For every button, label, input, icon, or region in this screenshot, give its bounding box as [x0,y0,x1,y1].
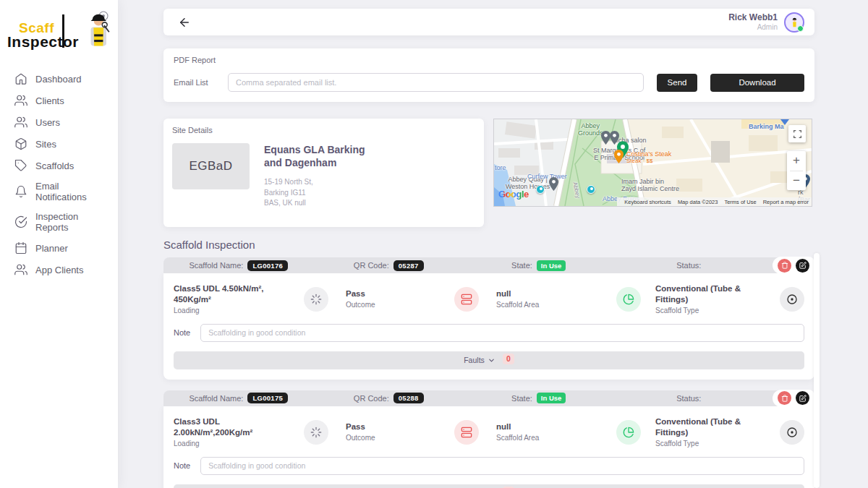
map-marker-curfew-tower[interactable] [536,185,545,194]
sidebar-item-users[interactable]: Users [0,111,118,133]
loading-value: Class5 UDL 4.50kN/m², 450Kg/m² [174,283,295,305]
map-attribution: Keyboard shortcuts Map data ©2023 Terms … [617,197,812,206]
sidebar-item-planner[interactable]: Planner [0,237,118,259]
faults-count-badge: 0 [503,354,514,364]
check-circle-icon [14,215,27,228]
map-label-barking: Barking Ma [749,123,784,130]
inspection-card-1-body: Class5 UDL 4.50kN/m², 450Kg/m² Loading P… [163,273,814,380]
pdf-report-card: PDF Report Email List Send Download [163,48,814,102]
faults-expander[interactable]: Faults 0 [174,484,804,488]
map-label-abbey-grounds: Abbey Grounds [578,122,603,137]
inspection-card-1-header: Scaffold Name: LG00176 QR Code: 05287 St… [163,257,814,273]
top-header-bar: Rick Webb1 Admin [163,9,814,35]
box-icon [14,137,27,150]
note-input[interactable] [200,457,804,475]
back-arrow-icon[interactable] [178,16,191,29]
keyboard-shortcuts-link[interactable]: Keyboard shortcuts [624,199,671,205]
inspection-card-1: Scaffold Name: LG00176 QR Code: 05287 St… [163,257,814,380]
map-pin-abbey-quay[interactable] [549,177,558,191]
site-map[interactable]: Abbey Grounds Aicha salon St Margaret's … [493,119,812,207]
site-code-box: EGBaD [172,143,250,189]
online-status-dot [797,25,804,32]
sidebar-item-clients[interactable]: Clients [0,90,118,111]
disc-icon[interactable] [780,287,804,312]
user-role: Admin [728,23,778,33]
disc-icon[interactable] [780,420,804,445]
scaffold-inspection-title: Scaffold Inspection [163,239,814,251]
inspection-card-2-body: Class3 UDL 2.00kN/m²,200Kg/m² Loading Pa… [163,406,814,488]
google-logo[interactable]: Google [498,189,529,200]
scaffold-area-label: Scaffold Area [496,433,590,442]
delete-button[interactable] [778,259,791,273]
loading-label: Loading [174,306,295,315]
logo-worker-illustration [80,8,114,53]
outcome-label: Outcome [346,300,425,309]
scaffold-type-label: Scaffold Type [655,439,775,448]
avatar[interactable] [784,12,804,33]
map-label-imam-jabir: Imam Jabir bin Zayd Islamic Centre [621,178,679,193]
outcome-label: Outcome [346,433,425,442]
server-icon [454,420,479,445]
scaffold-name-badge: LG00176 [247,260,288,271]
edit-icon [799,262,807,269]
inspection-card-2: Scaffold Name: LG00175 QR Code: 05288 St… [163,390,814,488]
tag-icon [14,159,27,172]
map-label-store: tore [495,164,506,171]
state-label: State: [511,394,532,403]
outcome-value: Pass [346,288,425,299]
site-address: 15-19 North St, Barking IG11 BAS, UK nul… [264,177,365,209]
users-icon [14,94,27,107]
map-fullscreen-button[interactable] [788,125,806,142]
edit-button[interactable] [796,259,809,273]
site-name: Equans GLA Barking and Dagenham [264,143,365,169]
map-label-curfew-tower: Curfew Tower [527,173,567,180]
delete-button[interactable] [778,391,791,405]
sidebar-item-app-clients[interactable]: App Clients [0,259,118,281]
report-map-error-link[interactable]: Report a map error [763,199,809,205]
email-list-label: Email List [174,78,228,87]
sidebar-item-dashboard[interactable]: Dashboard [0,68,118,90]
scaffold-name-label: Scaffold Name: [189,261,243,270]
note-input[interactable] [200,324,804,342]
server-icon [454,287,479,312]
loading-label: Loading [174,439,295,448]
map-zoom-control: + − [787,151,806,190]
user-menu[interactable]: Rick Webb1 Admin [728,12,804,33]
map-zoom-out-button[interactable]: − [787,171,806,191]
download-button[interactable]: Download [710,74,804,92]
loading-value: Class3 UDL 2.00kN/m²,200Kg/m² [174,416,295,438]
sidebar-item-sites[interactable]: Sites [0,133,118,155]
email-list-input[interactable] [228,73,644,92]
logo-pole-decoration [62,14,64,48]
loader-icon [304,287,328,312]
map-zoom-in-button[interactable]: + [787,151,806,171]
sidebar-item-email-notifications[interactable]: Email Notifications [0,176,118,207]
terms-of-use-link[interactable]: Terms of Use [724,199,756,205]
note-label: Note [174,461,190,470]
trash-icon [781,395,788,402]
sidebar: Scaff Inspector Dashboard Clients Users [0,0,118,488]
send-button[interactable]: Send [657,74,697,92]
qr-code-badge: 05287 [393,260,424,271]
map-label-cristinas-sub: Steak · $$ [626,158,652,164]
state-label: State: [511,261,532,270]
sidebar-nav: Dashboard Clients Users Sites Scaffolds … [0,68,118,281]
bell-icon [14,185,27,198]
sidebar-item-inspection-reports[interactable]: Inspection Reports [0,207,118,237]
map-data-copyright: Map data ©2023 [678,199,718,205]
pie-chart-icon [616,420,641,445]
map-pin-cristinas-steak[interactable] [614,150,624,163]
user-name: Rick Webb1 [728,12,778,23]
note-label: Note [174,328,190,337]
map-marker-abbey-ruins[interactable] [587,185,595,194]
sidebar-item-scaffolds[interactable]: Scaffolds [0,155,118,176]
edit-button[interactable] [796,391,809,405]
app-logo: Scaff Inspector [0,0,118,67]
faults-label: Faults [464,356,485,364]
users-icon [14,263,27,276]
scrollbar-thumb[interactable] [814,253,820,488]
chevron-down-icon [488,356,495,364]
faults-expander[interactable]: Faults 0 [174,351,804,369]
map-marker-barking-arrow [780,119,789,125]
scaffold-area-label: Scaffold Area [496,300,590,309]
